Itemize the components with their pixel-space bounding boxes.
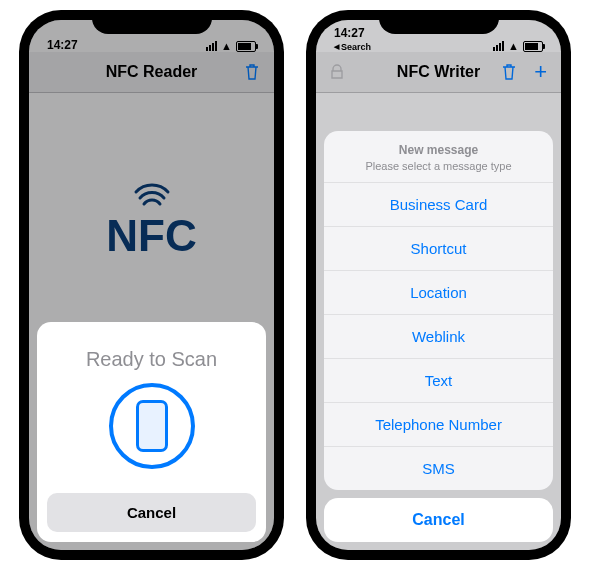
- action-item-label: Weblink: [412, 328, 465, 345]
- action-item-label: Business Card: [390, 196, 488, 213]
- action-item-label: Text: [425, 372, 453, 389]
- device-left: 14:27 ▲ NFC Reader NFC Ready to Scan: [19, 10, 284, 560]
- screen-right: 14:27 Search ▲ NFC Writer + New message: [316, 20, 561, 550]
- screen-left: 14:27 ▲ NFC Reader NFC Ready to Scan: [29, 20, 274, 550]
- action-item-telephone[interactable]: Telephone Number: [324, 402, 553, 446]
- nfc-scan-icon: [109, 383, 195, 469]
- device-right: 14:27 Search ▲ NFC Writer + New message: [306, 10, 571, 560]
- action-item-label: Location: [410, 284, 467, 301]
- action-item-label: SMS: [422, 460, 455, 477]
- action-item-shortcut[interactable]: Shortcut: [324, 226, 553, 270]
- notch: [92, 10, 212, 34]
- action-sheet: New message Please select a message type…: [324, 131, 553, 490]
- notch: [379, 10, 499, 34]
- action-item-label: Shortcut: [411, 240, 467, 257]
- action-item-business-card[interactable]: Business Card: [324, 182, 553, 226]
- action-item-label: Telephone Number: [375, 416, 502, 433]
- action-item-location[interactable]: Location: [324, 270, 553, 314]
- action-sheet-header: New message Please select a message type: [324, 131, 553, 182]
- action-item-weblink[interactable]: Weblink: [324, 314, 553, 358]
- scan-sheet: Ready to Scan Cancel: [37, 322, 266, 542]
- action-sheet-title: New message: [332, 143, 545, 157]
- cancel-button[interactable]: Cancel: [47, 493, 256, 532]
- scan-prompt: Ready to Scan: [47, 348, 256, 371]
- cancel-label: Cancel: [127, 504, 176, 521]
- action-sheet-subtitle: Please select a message type: [332, 160, 545, 172]
- cancel-button[interactable]: Cancel: [324, 498, 553, 542]
- action-item-sms[interactable]: SMS: [324, 446, 553, 490]
- action-item-text[interactable]: Text: [324, 358, 553, 402]
- cancel-label: Cancel: [412, 511, 464, 528]
